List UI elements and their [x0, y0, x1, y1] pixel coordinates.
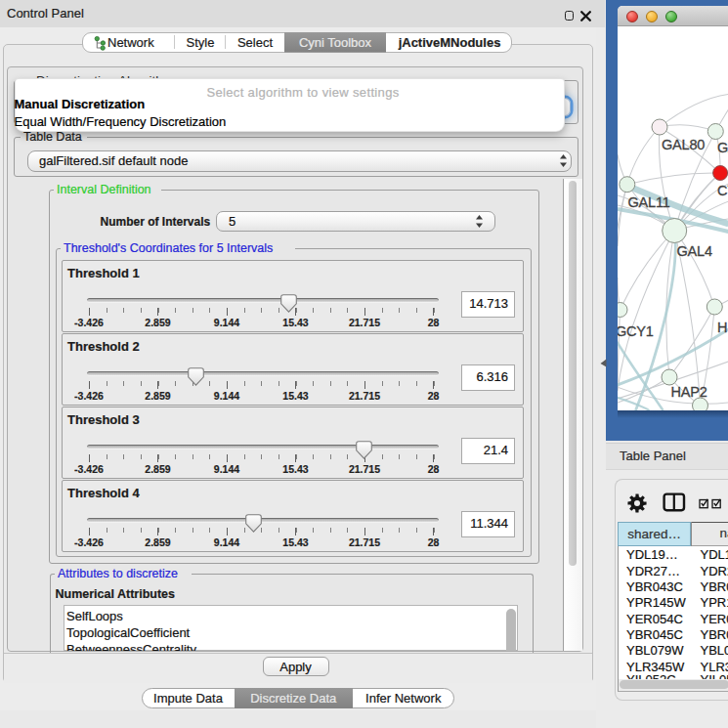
svg-text:GCY1: GCY1 — [618, 323, 654, 339]
svg-text:GAL11: GAL11 — [627, 194, 669, 210]
svg-text:GA: GA — [717, 140, 728, 155]
svg-text:GAL4: GAL4 — [676, 243, 711, 259]
svg-text:HAP2: HAP2 — [670, 384, 707, 400]
svg-text:GAL80: GAL80 — [662, 137, 705, 152]
svg-text:H: H — [717, 320, 727, 335]
svg-text:CY: CY — [717, 183, 728, 198]
